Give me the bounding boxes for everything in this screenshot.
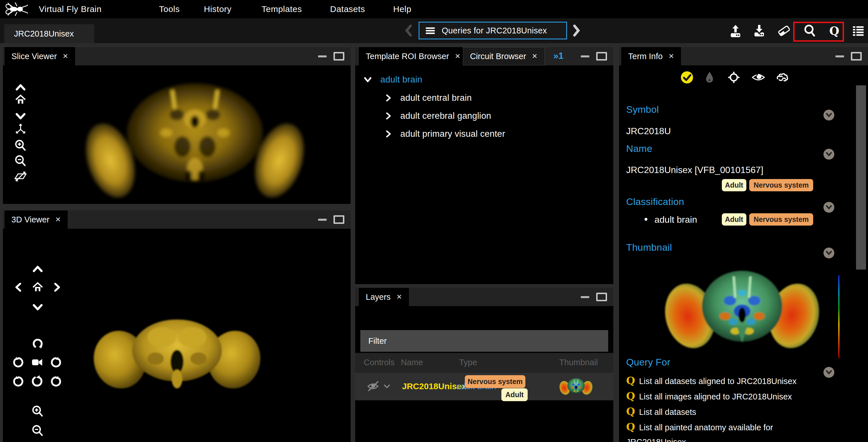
home-view-icon[interactable] bbox=[31, 280, 44, 294]
close-icon[interactable]: ✕ bbox=[669, 52, 674, 60]
collapse-query-for-icon[interactable] bbox=[824, 367, 834, 378]
download-icon[interactable] bbox=[752, 23, 767, 38]
pan-down-icon[interactable] bbox=[31, 301, 44, 314]
pan-left-icon[interactable] bbox=[11, 280, 25, 294]
collapse-thumbnail-icon[interactable] bbox=[824, 248, 834, 258]
query-list: QList all datasets aligned to JRC2018Uni… bbox=[626, 373, 812, 442]
tab-circuit-browser[interactable]: Circuit Browser ✕ bbox=[463, 47, 545, 65]
nav-item-templates[interactable]: Templates bbox=[261, 0, 302, 18]
tab-term-info[interactable]: Term Info ✕ bbox=[621, 47, 681, 65]
tree-item-adult-central-brain[interactable]: adult central brain bbox=[384, 93, 472, 103]
search-value: Queries for JRC2018Unisex bbox=[442, 26, 547, 35]
results-list-icon[interactable] bbox=[851, 23, 866, 38]
layer-options-chevron-icon[interactable] bbox=[383, 383, 391, 390]
nav-brand[interactable]: Virtual Fly Brain bbox=[39, 0, 102, 18]
search-next-icon[interactable] bbox=[571, 24, 581, 37]
brain-slice-image bbox=[68, 77, 321, 199]
selected-check-icon[interactable] bbox=[680, 70, 694, 84]
chevron-right-icon[interactable] bbox=[384, 129, 393, 138]
camera-icon[interactable] bbox=[30, 355, 44, 369]
collapse-classification-icon[interactable] bbox=[824, 202, 834, 213]
query-search-icon[interactable]: Q bbox=[827, 23, 842, 38]
tree-item-adult-brain[interactable]: adult brain bbox=[363, 74, 422, 85]
maximize-icon[interactable] bbox=[596, 52, 607, 61]
search-magnifier-icon[interactable] bbox=[802, 23, 817, 38]
minimize-icon[interactable] bbox=[581, 296, 589, 298]
brain-scribble-icon[interactable] bbox=[776, 70, 789, 84]
panel-roi-browser: Template ROI Browser ✕ Circuit Browser ✕… bbox=[355, 47, 613, 284]
nav-item-datasets[interactable]: Datasets bbox=[330, 0, 365, 18]
tree-item-adult-primary-visual-center[interactable]: adult primary visual center bbox=[384, 129, 505, 139]
chevron-right-icon[interactable] bbox=[384, 93, 393, 102]
query-link[interactable]: QList all datasets aligned to JRC2018Uni… bbox=[626, 373, 812, 389]
tab-layers[interactable]: Layers ✕ bbox=[359, 288, 409, 306]
collapse-name-icon[interactable] bbox=[824, 149, 834, 160]
maximize-icon[interactable] bbox=[851, 52, 862, 61]
reset-rotation-icon[interactable] bbox=[30, 375, 44, 388]
classification-item-link[interactable]: adult brain bbox=[654, 215, 697, 225]
roll-ccw-icon[interactable] bbox=[11, 375, 25, 388]
maximize-icon[interactable] bbox=[334, 52, 344, 61]
maximize-icon[interactable] bbox=[596, 293, 607, 301]
eraser-icon[interactable] bbox=[777, 23, 792, 38]
minimize-icon[interactable] bbox=[581, 55, 589, 57]
minimize-icon[interactable] bbox=[318, 219, 327, 221]
maximize-icon[interactable] bbox=[334, 215, 344, 224]
chevron-down-icon[interactable] bbox=[363, 74, 373, 85]
pan-right-icon[interactable] bbox=[50, 280, 64, 294]
3d-viewer-canvas[interactable] bbox=[3, 229, 351, 442]
roll-cw-icon[interactable] bbox=[49, 375, 63, 388]
search-input[interactable]: Queries for JRC2018Unisex bbox=[418, 22, 567, 39]
nav-item-tools[interactable]: Tools bbox=[159, 0, 180, 18]
upload-icon[interactable] bbox=[728, 23, 743, 38]
filter-placeholder: Filter bbox=[368, 336, 386, 346]
slice-home-icon[interactable] bbox=[14, 93, 27, 106]
vfb-fly-logo-icon[interactable] bbox=[5, 1, 29, 18]
query-q-icon: Q bbox=[626, 420, 635, 433]
layers-table-row[interactable]: JRC2018Unisex adult brain Nervous system… bbox=[355, 373, 613, 400]
zoom-out-icon[interactable] bbox=[31, 424, 44, 438]
chevron-right-icon[interactable] bbox=[384, 112, 393, 121]
close-icon[interactable]: ✕ bbox=[396, 293, 402, 301]
slice-zoom-out-icon[interactable] bbox=[14, 154, 27, 168]
close-icon[interactable]: ✕ bbox=[532, 52, 538, 60]
tree-item-adult-cerebral-ganglion[interactable]: adult cerebral ganglion bbox=[384, 111, 491, 121]
nav-item-history[interactable]: History bbox=[204, 0, 231, 18]
layers-filter-input[interactable]: Filter bbox=[360, 330, 608, 352]
query-link[interactable]: QList all datasets bbox=[626, 404, 812, 419]
close-icon[interactable]: ✕ bbox=[455, 52, 461, 60]
zoom-in-icon[interactable] bbox=[31, 405, 44, 418]
center-target-icon[interactable] bbox=[727, 70, 741, 84]
query-for-label: Query For bbox=[626, 357, 671, 368]
nav-item-help[interactable]: Help bbox=[393, 0, 411, 18]
slice-plane-icon[interactable] bbox=[14, 169, 27, 183]
visibility-off-icon[interactable] bbox=[367, 380, 382, 394]
term-info-scrollbar[interactable] bbox=[856, 85, 866, 270]
tab-template-roi-browser[interactable]: Template ROI Browser ✕ bbox=[359, 47, 467, 65]
search-prev-icon[interactable] bbox=[404, 24, 414, 37]
slice-down-icon[interactable] bbox=[14, 109, 27, 123]
close-icon[interactable]: ✕ bbox=[63, 52, 68, 60]
slice-up-icon[interactable] bbox=[14, 81, 27, 94]
tab-overflow-badge[interactable]: »1 bbox=[553, 51, 564, 61]
tab-3d-viewer[interactable]: 3D Viewer ✕ bbox=[5, 211, 68, 229]
slice-axes-icon[interactable] bbox=[14, 122, 27, 136]
rotate-orbit-icon[interactable] bbox=[31, 337, 44, 350]
color-droplet-icon[interactable] bbox=[703, 70, 716, 84]
collapse-symbol-icon[interactable] bbox=[824, 109, 834, 121]
rotate-ccw-icon[interactable] bbox=[11, 355, 25, 369]
layers-content: Filter Controls Name Type Thumbnail JRC2… bbox=[355, 306, 613, 442]
tab-jrc2018unisex[interactable]: JRC2018Unisex bbox=[4, 24, 94, 43]
query-link[interactable]: QList all painted anatomy available for … bbox=[626, 419, 812, 442]
tab-slice-viewer[interactable]: Slice Viewer ✕ bbox=[5, 47, 75, 65]
pan-up-icon[interactable] bbox=[31, 262, 44, 276]
eye-icon[interactable] bbox=[751, 70, 765, 84]
hamburger-icon[interactable] bbox=[426, 26, 435, 35]
slice-viewer-canvas[interactable] bbox=[3, 65, 351, 204]
slice-zoom-in-icon[interactable] bbox=[14, 139, 27, 153]
query-link[interactable]: QList all images aligned to JRC2018Unise… bbox=[626, 389, 812, 404]
minimize-icon[interactable] bbox=[835, 55, 844, 57]
minimize-icon[interactable] bbox=[318, 55, 327, 57]
rotate-cw-icon[interactable] bbox=[49, 355, 63, 369]
close-icon[interactable]: ✕ bbox=[55, 216, 61, 224]
